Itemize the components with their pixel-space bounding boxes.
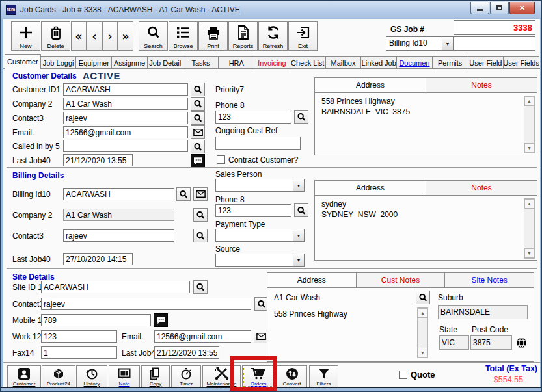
site-work-input[interactable]	[41, 330, 117, 343]
billing-company-input[interactable]	[63, 209, 174, 221]
tab-tasks[interactable]: Tasks	[183, 56, 219, 69]
site-address-scrollbar[interactable]: ▲ ▼	[417, 307, 428, 358]
site-id-input[interactable]	[41, 281, 190, 293]
tab-invoicing[interactable]: Invoicing	[254, 56, 290, 69]
browse-button[interactable]: Browse	[169, 21, 198, 51]
billing-id-input[interactable]	[63, 188, 174, 200]
tab-user-field[interactable]: User Field	[468, 56, 504, 69]
tab-mailbox[interactable]: Mailbox	[325, 56, 362, 69]
tab-hra[interactable]: HRA	[218, 56, 254, 69]
print-button[interactable]: Print	[198, 21, 228, 51]
billing-address-scrollbar[interactable]: ▲ ▼	[524, 198, 535, 259]
sales-person-combobox[interactable]: ▼	[215, 179, 305, 192]
next-record-button[interactable]: ›	[102, 21, 118, 51]
customer-email-button[interactable]	[191, 125, 205, 139]
state-input[interactable]	[439, 335, 469, 350]
site-address-lookup-button[interactable]	[416, 291, 430, 304]
note-button[interactable]: Note	[109, 365, 140, 388]
payment-type-combobox[interactable]: ▼	[215, 229, 305, 242]
copy-button[interactable]: Copy	[141, 365, 170, 388]
minimize-button[interactable]	[470, 2, 489, 14]
called-in-by-input[interactable]	[63, 140, 188, 152]
restore-button[interactable]	[490, 2, 509, 14]
first-record-button[interactable]: «	[71, 21, 87, 51]
timer-button[interactable]: Timer	[171, 365, 201, 388]
customer-phone-lookup-button[interactable]	[294, 110, 308, 124]
scroll-up-icon[interactable]: ▲	[418, 308, 427, 318]
new-button[interactable]: New	[11, 21, 40, 51]
customer-address-scrollbar[interactable]: ▲ ▼	[524, 96, 535, 153]
billing-notes-tab[interactable]: Notes	[426, 181, 537, 195]
contract-customer-checkbox[interactable]	[217, 155, 225, 164]
globe-icon[interactable]	[516, 337, 527, 348]
scroll-down-icon[interactable]: ▼	[524, 248, 534, 258]
billing-phone-input[interactable]	[215, 204, 291, 217]
previous-record-button[interactable]: ‹	[87, 21, 102, 51]
customer-sms-button[interactable]	[191, 154, 205, 168]
postcode-input[interactable]	[470, 335, 512, 350]
site-email-button[interactable]	[254, 330, 268, 343]
customer-contact-input[interactable]	[63, 112, 188, 124]
ongoing-cust-ref-input[interactable]	[215, 137, 301, 150]
site-address-tab[interactable]: Address	[267, 273, 357, 287]
tab-documents[interactable]: Documen	[396, 56, 433, 69]
site-contact-input[interactable]	[41, 298, 251, 310]
site-last-job-input[interactable]	[154, 346, 219, 359]
chevron-down-icon[interactable]: ▼	[442, 37, 453, 50]
convert-button[interactable]: Convert	[277, 365, 307, 388]
customer-address-tab[interactable]: Address	[315, 78, 426, 92]
quick-search-input[interactable]	[454, 36, 535, 51]
site-email-input[interactable]	[154, 330, 251, 343]
refresh-button[interactable]: Refresh	[258, 21, 288, 51]
tab-job-detail[interactable]: Job Detail	[147, 56, 183, 69]
scroll-down-icon[interactable]: ▼	[418, 348, 427, 358]
search-by-combobox[interactable]: Billing Id10 ▼	[386, 36, 454, 51]
quote-checkbox[interactable]	[399, 371, 407, 379]
customer-id-lookup-button[interactable]	[191, 83, 205, 96]
customer-email-input[interactable]	[63, 126, 188, 138]
search-button[interactable]: Search	[139, 21, 168, 51]
customer-last-job-input[interactable]	[63, 154, 133, 166]
tab-linked-jobs[interactable]: Linked Job	[360, 56, 397, 69]
chevron-down-icon[interactable]: ▼	[293, 179, 304, 191]
delete-button[interactable]: Delete	[41, 21, 70, 51]
site-id-lookup-button[interactable]	[193, 280, 208, 294]
tab-user-fields[interactable]: User Fields	[503, 56, 539, 69]
source-combobox[interactable]: ▼	[215, 254, 305, 267]
suburb-input[interactable]	[438, 305, 528, 319]
tab-job-logging[interactable]: Job Loggi	[40, 56, 77, 69]
chevron-down-icon[interactable]: ▼	[293, 254, 304, 266]
billing-address-tab[interactable]: Address	[315, 181, 426, 195]
customer-id-input[interactable]	[63, 83, 188, 96]
customer-button[interactable]: Customer	[7, 365, 41, 388]
site-sms-button[interactable]	[154, 313, 168, 327]
chevron-down-icon[interactable]: ▼	[293, 229, 304, 241]
scroll-up-icon[interactable]: ▲	[524, 199, 534, 209]
called-in-by-lookup-button[interactable]	[191, 140, 205, 153]
customer-contact-lookup-button[interactable]	[191, 111, 205, 125]
billing-id-lookup-button[interactable]	[176, 187, 191, 201]
customer-company-input[interactable]	[63, 98, 188, 110]
tab-customer[interactable]: Customer	[5, 54, 41, 69]
reports-button[interactable]: Reports	[228, 21, 258, 51]
billing-phone-lookup-button[interactable]	[294, 203, 308, 217]
tab-permits[interactable]: Permits	[432, 56, 468, 69]
billing-last-job-input[interactable]	[63, 253, 133, 265]
scroll-up-icon[interactable]: ▲	[524, 96, 534, 106]
site-mobile-input[interactable]	[41, 314, 151, 326]
cust-notes-tab[interactable]: Cust Notes	[357, 273, 446, 287]
billing-company-lookup-button[interactable]	[193, 208, 208, 222]
last-record-button[interactable]: »	[118, 21, 133, 51]
customer-phone-input[interactable]	[215, 111, 291, 124]
scroll-down-icon[interactable]: ▼	[524, 143, 534, 153]
tab-check-list[interactable]: Check List	[290, 56, 326, 69]
billing-contact-lookup-button[interactable]	[193, 229, 208, 242]
product-button[interactable]: Product24	[42, 365, 75, 388]
history-button[interactable]: History	[76, 365, 107, 388]
customer-company-lookup-button[interactable]	[191, 97, 205, 111]
exit-button[interactable]: Exit	[288, 21, 318, 51]
site-notes-tab[interactable]: Site Notes	[445, 273, 534, 287]
tab-assignments[interactable]: Assignme	[111, 56, 148, 69]
customer-notes-tab[interactable]: Notes	[426, 78, 537, 92]
filters-button[interactable]: Filters	[309, 365, 338, 388]
